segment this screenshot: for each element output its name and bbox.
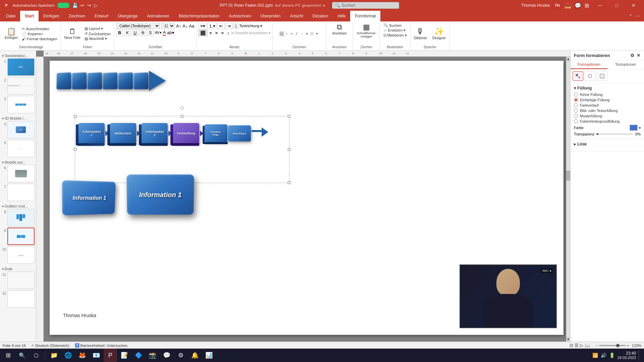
proc-arbeitspaket1[interactable]: Arbeitspaket1 (78, 123, 105, 144)
present-button[interactable]: ⊞ (585, 2, 589, 9)
btn-strikethrough[interactable]: S (140, 29, 146, 36)
panel-icon-fill[interactable] (573, 71, 583, 81)
btn-zuruecksetzen[interactable]: ↺Zurücksetzen (83, 31, 112, 36)
btn-align-right[interactable]: ≡ (214, 30, 219, 36)
btn-abschnitt[interactable]: ▤Abschnitt ▾ (83, 36, 112, 41)
clock-display[interactable]: 23:40 24.03.2023 (618, 351, 636, 360)
taskbar-app2-btn[interactable]: 📸 (146, 349, 159, 362)
view-slideshow-icon[interactable]: ▷ (580, 343, 583, 348)
tray-volume-icon[interactable]: 🔊 (601, 353, 606, 358)
info-box-2[interactable]: Information 1 (127, 175, 194, 215)
btn-schnellformat[interactable]: ▦ Schnellformat-vorlagen (355, 23, 377, 39)
ribbon-more-icon[interactable]: ⋯ (635, 13, 640, 19)
btn-einfuegen[interactable]: 📋 Einfügen (3, 27, 19, 40)
key-6[interactable] (133, 72, 148, 89)
user-avatar[interactable]: TH (553, 1, 561, 9)
tab-formformat[interactable]: Formformat (350, 11, 380, 21)
handle-ml[interactable] (74, 148, 76, 151)
panel-icon-size[interactable] (597, 71, 607, 81)
share-icon[interactable]: 📤 (565, 2, 571, 9)
shape-pentagon[interactable]: ⬠ (310, 32, 314, 36)
slide-thumb-7[interactable]: 7 (1, 184, 35, 201)
autosave-toggle[interactable] (57, 3, 69, 8)
taskbar-teams-btn[interactable]: 💬 (160, 349, 173, 362)
zoom-in-icon[interactable]: + (627, 344, 629, 348)
minimize-button[interactable]: ─ (592, 0, 608, 11)
handle-tm[interactable] (181, 115, 183, 118)
tab-start[interactable]: Start (20, 11, 39, 21)
toolbar-icon-redo[interactable]: ↪ (87, 3, 91, 8)
proc-arbeitspaket2[interactable]: Arbeitspaket2 (142, 123, 168, 144)
tab-animationen[interactable]: Animationen (142, 11, 174, 21)
panel-icon-effect[interactable] (585, 71, 595, 81)
font-size-select[interactable]: 12 (161, 23, 175, 29)
taskbar-search-btn[interactable]: 🔍 (15, 349, 29, 362)
vertical-scrollbar[interactable] (566, 57, 570, 342)
btn-list-numbers[interactable]: 1.▾ (208, 23, 217, 29)
fill-option-picture[interactable]: Bild- oder Texturfüllung (574, 109, 641, 113)
shape-circle[interactable]: ○ (284, 32, 289, 36)
btn-highlight[interactable]: ab▾ (167, 30, 174, 35)
btn-char-spacing[interactable]: AV▾ (155, 31, 162, 35)
maximize-button[interactable]: □ (609, 0, 625, 11)
btn-line-spacing[interactable]: ↕ (226, 30, 231, 36)
clear-format-icon[interactable]: Aa (189, 23, 194, 28)
panel-close-icon[interactable]: ✕ (637, 53, 641, 58)
btn-align-center[interactable]: ≡ (208, 30, 213, 36)
proc-meilenstein[interactable]: Meilenstein (110, 123, 136, 144)
handle-br[interactable] (288, 181, 290, 184)
zoom-slider[interactable] (599, 345, 626, 346)
panel-settings-icon[interactable]: ⚙ (630, 53, 635, 58)
btn-underline[interactable]: U (132, 29, 138, 36)
tray-battery-icon[interactable]: 🔋 (609, 353, 615, 358)
section-label-3[interactable]: ▾ Modelle aus... (1, 159, 35, 165)
fill-option-gradient[interactable]: Farbverlauf (574, 103, 641, 107)
btn-markieren[interactable]: ⊡Markieren ▾ (382, 33, 408, 38)
btn-align-left[interactable]: ⬛ (199, 30, 207, 36)
btn-textrichtung[interactable]: Textrichtung ▾ (239, 24, 262, 28)
fill-option-pattern[interactable]: Musterfüllung (574, 114, 641, 118)
section-label-2[interactable]: ▾ 3D Modelle i... (1, 115, 35, 121)
zoom-out-icon[interactable]: − (595, 344, 597, 348)
toolbar-icon-undo[interactable]: ↩ (80, 3, 85, 8)
location-chevron[interactable]: ▾ (323, 4, 325, 7)
slide-thumb-5[interactable]: 5 ··· (1, 140, 35, 157)
smartart-convert[interactable]: In SmartArt konvertieren ▾ (231, 31, 270, 35)
toolbar-icon-save[interactable]: 💾 (72, 3, 78, 8)
section-label-1[interactable]: ▾ Standardabsc... (1, 52, 35, 58)
fill-section-header[interactable]: ▾ Füllung (574, 86, 641, 90)
btn-justify[interactable]: ≡ (220, 30, 225, 36)
tab-datei[interactable]: Datei (1, 11, 20, 21)
toolbar-icon-present[interactable]: ▷ (94, 3, 98, 8)
slide-thumb-9[interactable]: 9 (1, 228, 35, 245)
fill-option-background[interactable]: Folienhintergrundfüllung (574, 119, 641, 123)
scroll-up-btn[interactable]: ▲ (566, 57, 570, 61)
proc-abschluss[interactable]: Abschluss (228, 125, 268, 141)
accessibility-status[interactable]: ♿ Barrierefreiheit: Untersuchen (75, 343, 128, 348)
taskbar-edge-btn[interactable]: 🌐 (61, 349, 75, 362)
tab-formoptionen[interactable]: Formoptionen (571, 60, 607, 69)
scroll-down-btn[interactable]: ▼ (566, 337, 570, 342)
btn-columns[interactable]: Ξ (233, 23, 239, 29)
taskbar-mail-btn[interactable]: 📧 (90, 349, 103, 362)
canvas-area[interactable]: 19 18 17 16 15 14 13 12 11 10 9 8 7 6 5 … (36, 51, 570, 342)
key-1[interactable] (56, 72, 71, 89)
comments-icon[interactable]: 💬 (575, 2, 581, 9)
slide-thumb-2[interactable]: 2 (1, 77, 35, 95)
font-family-select[interactable]: Calibri (Textkörper) (116, 23, 160, 29)
slide-canvas[interactable]: Arbeitspaket1 Meilenstein (50, 61, 564, 335)
key-2[interactable] (72, 72, 87, 89)
slide-thumb-1[interactable]: 1 PPT (1, 58, 35, 76)
handle-tl[interactable] (74, 115, 76, 118)
font-increase-icon[interactable]: A↑ (176, 23, 181, 28)
key-5[interactable] (118, 72, 133, 89)
proc-kunden-praes[interactable]: Kunden-Präs. (205, 124, 227, 142)
btn-diktieren[interactable]: 🎙 Diktieren (413, 27, 428, 41)
btn-kopieren[interactable]: 📄Kopieren (20, 32, 58, 37)
language-status[interactable]: ✓ Deutsch (Österreich) (31, 343, 69, 348)
taskbar-app3-btn[interactable]: ⚙ (174, 349, 187, 362)
taskbar-app5-btn[interactable]: 📊 (202, 349, 216, 362)
view-reading-icon[interactable]: 📖 (585, 343, 590, 348)
btn-neue-folie[interactable]: 🗒 Neue Folie (63, 27, 82, 40)
tab-bildschirmpraesentation[interactable]: Bildschirmpräsentation (174, 11, 224, 21)
